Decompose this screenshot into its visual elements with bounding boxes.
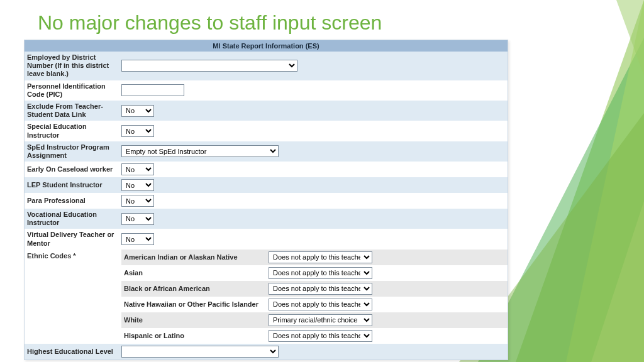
field-label: Exclude From Teacher-Student Data Link (27, 102, 121, 119)
ethnic-codes-label: Ethnic Codes * (25, 250, 121, 344)
select-input[interactable] (121, 60, 297, 72)
field-label: SpEd Instructor Program Assignment (27, 143, 121, 160)
ethnic-name: Black or African American (124, 285, 269, 292)
select-highest-educational-level[interactable] (121, 346, 279, 358)
form-row: LEP Student InstructorNo (25, 177, 508, 193)
field-control: Empty not SpEd Instructor (121, 145, 279, 157)
field-control: No (121, 213, 154, 225)
ethnic-name: American Indian or Alaskan Native (124, 253, 269, 261)
select-input[interactable]: No (121, 163, 154, 175)
select-input[interactable]: No (121, 233, 154, 245)
field-label: Personnel Identification Code (PIC) (27, 82, 121, 99)
field-label: Vocational Education Instructor (27, 211, 121, 227)
field-label: Special Education Instructor (27, 123, 121, 139)
form-row: Vocational Education InstructorNo (25, 209, 508, 229)
form-row: Personnel Identification Code (PIC) (25, 80, 508, 101)
ethnic-name: Hispanic or Latino (124, 332, 269, 339)
form-row: Special Education InstructorNo (25, 121, 508, 141)
select-input[interactable]: Empty not SpEd Instructor (121, 145, 279, 157)
form-row: Exclude From Teacher-Student Data LinkNo (25, 101, 508, 121)
form-row: Para ProfessionalNo (25, 193, 508, 209)
ethnic-select[interactable]: Primary racial/ethnic choice (269, 314, 372, 326)
ethnic-select[interactable]: Does not apply to this teacher (269, 283, 372, 295)
ethnic-select[interactable]: Does not apply to this teacher (269, 267, 372, 279)
ethnic-select[interactable]: Does not apply to this teacher (269, 251, 372, 263)
ethnic-row: American Indian or Alaskan NativeDoes no… (121, 250, 508, 265)
label-highest-educational-level: Highest Educational Level (27, 348, 121, 356)
select-input[interactable]: No (121, 195, 154, 207)
ethnic-select[interactable]: Does not apply to this teacher (269, 330, 372, 342)
field-control (121, 84, 184, 96)
field-label: Employed by District Number (If in this … (27, 53, 121, 79)
slide-title: No major changes to staff input screen (0, 0, 644, 40)
ethnic-select[interactable]: Does not apply to this teacher (269, 299, 372, 310)
svg-marker-0 (516, 0, 644, 362)
select-input[interactable]: No (121, 105, 154, 117)
form-panel: MI State Report Information (ES) Employe… (24, 40, 508, 360)
field-control: No (121, 163, 154, 175)
field-label: Early On Caseload worker (27, 165, 121, 173)
form-row: Employed by District Number (If in this … (25, 52, 508, 80)
ethnic-name: Native Hawaiian or Other Pacific Islande… (124, 300, 269, 308)
ethnic-name: Asian (124, 269, 269, 277)
field-label: LEP Student Instructor (27, 181, 121, 189)
ethnic-codes-section: Ethnic Codes * American Indian or Alaska… (25, 250, 508, 344)
field-control: No (121, 105, 154, 117)
select-input[interactable]: No (121, 125, 154, 137)
ethnic-row: Hispanic or LatinoDoes not apply to this… (121, 328, 508, 344)
svg-marker-2 (566, 0, 644, 362)
ethnic-name: White (124, 316, 269, 324)
form-row: Virtual Delivery Teacher or MentorNo (25, 229, 508, 249)
field-control: No (121, 179, 154, 191)
select-input[interactable]: No (121, 179, 154, 191)
ethnic-row: Native Hawaiian or Other Pacific Islande… (121, 297, 508, 312)
field-control: No (121, 233, 154, 245)
field-control: No (121, 125, 154, 137)
field-label: Virtual Delivery Teacher or Mentor (27, 231, 121, 247)
ethnic-row: Black or African AmericanDoes not apply … (121, 281, 508, 297)
field-control (121, 60, 297, 72)
field-label: Para Professional (27, 197, 121, 205)
field-control: No (121, 195, 154, 207)
ethnic-row: AsianDoes not apply to this teacher (121, 265, 508, 281)
ethnic-row: WhitePrimary racial/ethnic choice (121, 312, 508, 328)
text-input[interactable] (121, 84, 184, 96)
form-row: SpEd Instructor Program AssignmentEmpty … (25, 141, 508, 162)
form-row: Early On Caseload workerNo (25, 162, 508, 177)
panel-header: MI State Report Information (ES) (25, 40, 508, 52)
row-highest-educational-level: Highest Educational Level (25, 344, 508, 359)
select-input[interactable]: No (121, 213, 154, 225)
